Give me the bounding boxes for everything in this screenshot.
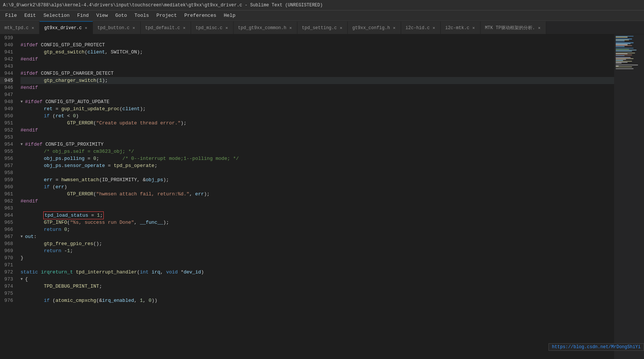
line-num-950: 950 [0, 112, 13, 120]
code-line-955: /* obj_ps.self = cm3623_obj; */ [21, 148, 614, 155]
line-num-949: 949 [0, 105, 13, 112]
menu-view[interactable]: View [93, 11, 112, 20]
tab-close-icon[interactable]: ✕ [537, 25, 541, 31]
tab-gt9xx-driver[interactable]: gt9xx_driver.c ✕ [40, 21, 93, 34]
line-numbers: 939 940 941 942 943 944 945 946 947 948 … [0, 34, 17, 359]
line-num-973: 973 [0, 276, 13, 283]
code-line-956: obj_ps.polling = 0; /* 0--interrupt mode… [21, 155, 614, 162]
code-line-959: err = hwmsen_attach(ID_PROXIMITY, &obj_p… [21, 176, 614, 183]
code-line-967: ▼ out: [21, 233, 614, 240]
title-bar: A:\9_0\work2\8788\alps\kernel-4.4\driver… [0, 0, 644, 10]
line-num-940: 940 [0, 41, 13, 49]
code-line-969: return -1; [21, 247, 614, 254]
line-num-943: 943 [0, 63, 13, 70]
menu-file[interactable]: File [1, 11, 21, 20]
menu-find[interactable]: Find [74, 11, 93, 20]
line-num-968: 968 [0, 240, 13, 247]
line-num-961: 961 [0, 191, 13, 198]
line-num-958: 958 [0, 169, 13, 176]
tab-i2c-hid[interactable]: i2c-hid.c ✕ [401, 21, 441, 34]
tab-label: gt9xx_driver.c [44, 25, 82, 31]
tab-close-icon[interactable]: ✕ [132, 25, 136, 31]
code-line-940: #ifdef CONFIG_GTP_ESD_PROTECT [21, 41, 614, 49]
tab-tpd-default[interactable]: tpd_default.c ✕ [141, 21, 191, 34]
menu-edit[interactable]: Edit [21, 11, 40, 20]
line-num-957: 957 [0, 162, 13, 169]
line-num-946: 946 [0, 84, 13, 91]
tab-label: MTK TP驱动框架的分析. [485, 25, 535, 31]
tab-close-icon[interactable]: ✕ [225, 25, 229, 31]
line-num-974: 974 [0, 283, 13, 290]
tab-close-icon[interactable]: ✕ [392, 25, 396, 31]
code-line-946: #endif [21, 84, 614, 91]
line-num-975: 975 [0, 290, 13, 297]
tab-close-icon[interactable]: ✕ [31, 25, 35, 31]
line-num-948: 948 [0, 98, 13, 105]
code-line-941: gtp_esd_switch(client, SWITCH_ON); [21, 49, 614, 56]
code-line-939 [21, 34, 614, 41]
code-content[interactable]: #ifdef CONFIG_GTP_ESD_PROTECT gtp_esd_sw… [17, 34, 614, 359]
code-line-950: if (ret < 0) [21, 112, 614, 120]
code-line-958 [21, 169, 614, 176]
menu-bar: File Edit Selection Find View Goto Tools… [0, 10, 644, 21]
tab-gt9xx-config[interactable]: gt9xx_config.h ✕ [348, 21, 401, 34]
line-num-942: 942 [0, 56, 13, 63]
menu-preferences[interactable]: Preferences [181, 11, 220, 20]
line-num-955: 955 [0, 148, 13, 155]
line-num-963: 963 [0, 205, 13, 212]
tab-close-icon[interactable]: ✕ [182, 25, 187, 31]
line-num-941: 941 [0, 49, 13, 56]
minimap-content [614, 34, 644, 359]
editor-area[interactable]: 939 940 941 942 943 944 945 946 947 948 … [0, 34, 644, 359]
tab-close-icon[interactable]: ✕ [339, 25, 343, 31]
tab-label: i2c-mtk.c [445, 25, 469, 31]
line-num-965: 965 [0, 219, 13, 226]
code-line-951: GTP_ERROR("Create update thread error.")… [21, 120, 614, 127]
code-line-947 [21, 91, 614, 98]
code-line-966: return 0; [21, 226, 614, 233]
line-num-951: 951 [0, 120, 13, 127]
code-line-968: gtp_free_gpio_res(); [21, 240, 614, 247]
menu-goto[interactable]: Goto [112, 11, 131, 20]
line-num-945: 945 [0, 77, 13, 84]
code-line-963 [21, 205, 614, 212]
tab-label: gt9xx_config.h [352, 25, 390, 31]
tab-tpd-misc[interactable]: tpd_misc.c ✕ [191, 21, 234, 34]
tab-close-icon[interactable]: ✕ [432, 25, 436, 31]
line-num-954: 954 [0, 141, 13, 148]
tab-label: tpd_setting.c [302, 25, 337, 31]
tab-mtk-tp-analysis[interactable]: MTK TP驱动框架的分析. ✕ [481, 21, 546, 34]
tab-close-icon[interactable]: ✕ [288, 25, 293, 31]
menu-project[interactable]: Project [153, 11, 181, 20]
menu-help[interactable]: Help [220, 11, 239, 20]
code-line-942: #endif [21, 56, 614, 63]
line-num-956: 956 [0, 155, 13, 162]
code-line-970: } [21, 254, 614, 261]
menu-tools[interactable]: Tools [131, 11, 153, 20]
line-num-953: 953 [0, 134, 13, 141]
tab-label: tpd_misc.c [196, 25, 222, 31]
tab-tpd-gt9xx-common[interactable]: tpd_gt9xx_common.h ✕ [234, 21, 297, 34]
minimap[interactable] [614, 34, 644, 359]
menu-selection[interactable]: Selection [40, 11, 73, 20]
tab-tpd-button[interactable]: tpd_button.c ✕ [93, 21, 141, 34]
tab-bar: mtk_tpd.c ✕ gt9xx_driver.c ✕ tpd_button.… [0, 21, 644, 34]
code-line-952: #endif [21, 127, 614, 134]
tab-label: tpd_button.c [97, 25, 129, 31]
code-line-961: GTP_ERROR("hwmsen attach fail, return:%d… [21, 191, 614, 198]
code-line-972: static irqreturn_t tpd_interrupt_handler… [21, 269, 614, 276]
tab-i2c-mtk[interactable]: i2c-mtk.c ✕ [441, 21, 480, 34]
code-line-957: obj_ps.sensor_operate = tpd_ps_operate; [21, 162, 614, 169]
tab-label: mtk_tpd.c [4, 25, 29, 31]
tab-tpd-setting[interactable]: tpd_setting.c ✕ [297, 21, 348, 34]
code-line-948: ▼ #ifdef CONFIG_GTP_AUTO_UPDATE [21, 98, 614, 105]
line-num-960: 960 [0, 183, 13, 191]
code-line-953 [21, 134, 614, 141]
line-num-976: 976 [0, 297, 13, 304]
tab-close-icon[interactable]: ✕ [84, 25, 88, 31]
tab-close-icon[interactable]: ✕ [472, 25, 476, 31]
tab-mtk-tpd[interactable]: mtk_tpd.c ✕ [0, 21, 40, 34]
line-num-952: 952 [0, 127, 13, 134]
title-text: A:\9_0\work2\8788\alps\kernel-4.4\driver… [3, 3, 323, 8]
code-line-944: #ifdef CONFIG_GTP_CHARGER_DETECT [21, 70, 614, 77]
